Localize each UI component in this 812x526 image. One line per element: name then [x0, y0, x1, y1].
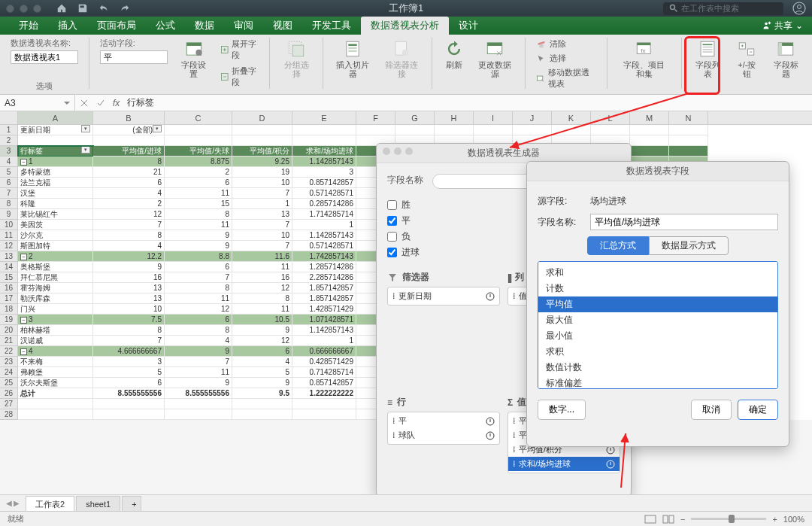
cell[interactable]: 0.666666667 [292, 346, 356, 357]
cell[interactable]: 1.222222222 [292, 388, 356, 399]
ribbon-tab[interactable]: 页面布局 [87, 17, 146, 35]
cell[interactable]: 9 [165, 241, 232, 251]
cell[interactable]: 21 [93, 167, 165, 178]
cell[interactable]: 7 [93, 220, 165, 230]
cell[interactable]: 3 [93, 357, 165, 367]
row-header[interactable]: 5 [0, 167, 18, 178]
row-header[interactable]: 21 [0, 336, 18, 346]
select-button[interactable]: 选择 [533, 52, 599, 65]
cell[interactable]: 汉堡 [18, 188, 93, 199]
column-header[interactable]: E [292, 111, 356, 124]
user-icon[interactable] [792, 2, 806, 15]
cell[interactable]: 平均值/积分 [232, 146, 292, 157]
cell[interactable]: −2 [18, 251, 93, 262]
insert-slicer-button[interactable]: 插入切片器 [331, 38, 375, 80]
row-header[interactable]: 25 [0, 378, 18, 388]
expand-field-button[interactable]: 展开字段 [217, 38, 262, 62]
cell[interactable]: −4 [18, 346, 93, 357]
aggregate-option[interactable]: 求和 [538, 265, 777, 281]
column-header[interactable]: C [165, 111, 232, 124]
ribbon-tab[interactable]: 数据 [185, 17, 224, 35]
cell[interactable] [292, 135, 356, 146]
column-header[interactable]: A [18, 111, 93, 124]
cell[interactable] [165, 399, 232, 409]
cell[interactable]: 8.8 [165, 251, 232, 262]
row-header[interactable]: 1 [0, 125, 18, 135]
cell[interactable]: 莱比锡红牛 [18, 209, 93, 220]
row-header[interactable]: 16 [0, 283, 18, 293]
cell[interactable]: 11 [165, 188, 232, 199]
cell[interactable]: 9 [165, 346, 232, 357]
sheet-tab[interactable]: sheet1 [76, 496, 120, 511]
row-header[interactable]: 20 [0, 325, 18, 336]
cell[interactable] [552, 125, 591, 135]
cell[interactable]: 13 [93, 283, 165, 293]
row-header[interactable]: 10 [0, 220, 18, 230]
cell[interactable]: 6 [165, 262, 232, 272]
cell[interactable]: 8 [232, 293, 292, 304]
cell[interactable]: 11 [232, 304, 292, 315]
cell[interactable]: 11 [165, 293, 232, 304]
cell[interactable]: 12 [93, 209, 165, 220]
cell[interactable]: 7 [165, 272, 232, 283]
cell[interactable]: 7 [93, 336, 165, 346]
redo-icon[interactable] [120, 3, 130, 14]
cell[interactable]: 3 [292, 167, 356, 178]
add-sheet-button[interactable]: + [122, 496, 141, 511]
cell[interactable]: 1.428571429 [292, 304, 356, 315]
cell[interactable]: 门兴 [18, 304, 93, 315]
cell[interactable] [395, 125, 435, 135]
column-header[interactable]: I [474, 111, 513, 124]
cell[interactable] [18, 399, 93, 409]
cell[interactable]: 6 [93, 378, 165, 388]
cell[interactable]: 科隆 [18, 199, 93, 209]
cell[interactable]: 沙尔克 [18, 230, 93, 241]
cell[interactable] [292, 125, 356, 135]
cell[interactable]: 平均值/失球 [165, 146, 232, 157]
cell[interactable]: 1.742857143 [292, 251, 356, 262]
ok-button[interactable]: 确定 [738, 400, 778, 420]
cell[interactable] [232, 135, 292, 146]
ribbon-tab[interactable]: 设计 [449, 17, 488, 35]
cell[interactable]: 8.555555556 [93, 388, 165, 399]
cell[interactable] [630, 125, 669, 135]
cell[interactable]: 1.285714286 [292, 262, 356, 272]
cell[interactable]: 8.875 [165, 157, 232, 167]
column-header[interactable]: H [435, 111, 474, 124]
cell[interactable]: 15 [165, 199, 232, 209]
cell[interactable]: 11.6 [232, 251, 292, 262]
cell[interactable] [232, 409, 292, 420]
cell[interactable]: 4 [93, 188, 165, 199]
cell[interactable]: 更新日期 [18, 125, 93, 135]
column-header[interactable]: B [93, 111, 165, 124]
cell[interactable]: 4 [232, 357, 292, 367]
aggregate-option[interactable]: 最小值 [538, 328, 777, 344]
aggregate-option[interactable]: 求积 [538, 344, 777, 360]
cell[interactable]: 7.5 [93, 315, 165, 325]
collapse-field-button[interactable]: 折叠字段 [217, 65, 262, 89]
cell[interactable]: 6 [165, 315, 232, 325]
cell[interactable] [474, 125, 513, 135]
cell[interactable]: 11 [165, 220, 232, 230]
cell[interactable]: 拜仁慕尼黑 [18, 272, 93, 283]
ribbon-tab[interactable]: 公式 [146, 17, 185, 35]
cell[interactable] [669, 125, 708, 135]
row-header[interactable]: 3 [0, 146, 18, 157]
collapse-toggle[interactable]: − [20, 159, 27, 166]
row-header[interactable]: 7 [0, 188, 18, 199]
aggregate-option[interactable]: 数值计数 [538, 360, 777, 375]
normal-view-icon[interactable] [644, 515, 656, 524]
cell[interactable]: 12 [165, 304, 232, 315]
cell[interactable]: 10 [232, 230, 292, 241]
cell[interactable]: 1.142857143 [292, 325, 356, 336]
cell[interactable] [232, 399, 292, 409]
active-field-input[interactable] [100, 50, 168, 64]
drop-zone-item[interactable]: ⁞更新日期 [388, 289, 499, 303]
cell[interactable]: 0.571428571 [292, 241, 356, 251]
cell[interactable]: 7 [232, 241, 292, 251]
cell[interactable]: 美因茨 [18, 220, 93, 230]
formula-input[interactable]: 行标签 [127, 96, 807, 109]
cell[interactable]: 6 [232, 346, 292, 357]
cell[interactable]: 0.857142857 [292, 378, 356, 388]
field-headers-button[interactable]: 字段标题 [767, 38, 804, 80]
